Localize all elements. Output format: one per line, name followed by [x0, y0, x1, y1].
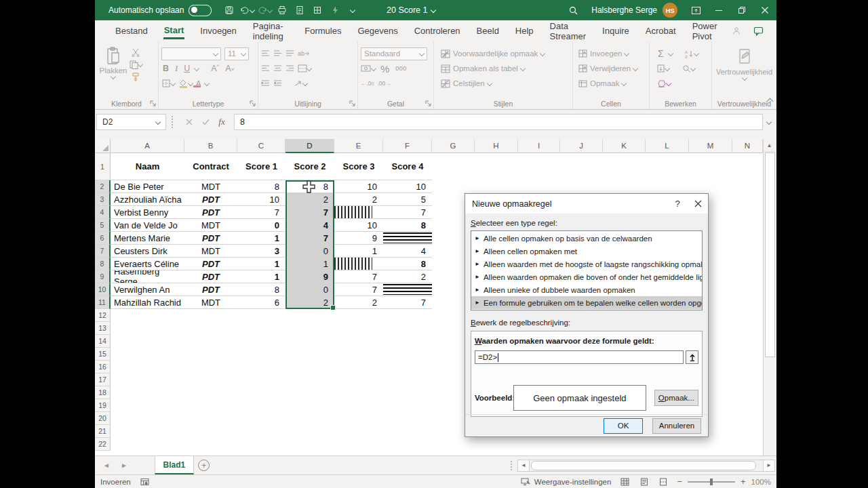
row-header-15[interactable]: 15 [95, 348, 111, 361]
copy-icon[interactable] [129, 60, 142, 69]
cell-score[interactable]: 4 [383, 245, 432, 257]
cell-score[interactable]: 7 [285, 206, 334, 218]
cell-score[interactable]: 1 [237, 258, 285, 270]
cell-score[interactable]: 10 [334, 219, 383, 231]
scroll-right-icon[interactable]: ► [763, 460, 775, 472]
cell-score[interactable] [383, 232, 432, 244]
ribbon-display-options-icon[interactable] [684, 0, 707, 20]
dialog-close-button[interactable] [688, 194, 708, 214]
column-header-F[interactable]: F [383, 139, 432, 153]
cell-score[interactable]: 0 [285, 283, 334, 296]
row-header-9[interactable]: 9 [95, 270, 111, 283]
underline-options-icon[interactable] [194, 66, 199, 71]
borders-icon[interactable] [161, 79, 175, 88]
formula-bar-splitter[interactable] [172, 116, 178, 128]
horizontal-scroll-thumb[interactable] [531, 461, 756, 470]
ribbon-tab-help[interactable]: Help [507, 20, 542, 42]
rule-type-item[interactable]: ►Alleen unieke of dubbele waarden opmake… [471, 283, 702, 296]
macro-record-icon[interactable] [140, 478, 149, 486]
ribbon-tab-controleren[interactable]: Controleren [406, 20, 469, 42]
decrease-font-icon[interactable]: A˅ [224, 64, 235, 73]
wrap-text-icon[interactable]: ab [298, 50, 310, 57]
row-header-18[interactable]: 18 [95, 386, 111, 399]
cell-score[interactable]: 8 [383, 219, 432, 231]
row-header-21[interactable]: 21 [95, 425, 111, 438]
cell-score[interactable]: 8 [237, 283, 285, 296]
align-center-icon[interactable] [273, 64, 282, 73]
dialog-help-button[interactable]: ? [667, 194, 688, 214]
new-sheet-button[interactable]: + [194, 456, 214, 474]
sheet-nav-left-icon[interactable]: ◄ [103, 462, 110, 469]
cell-score[interactable]: 10 [237, 193, 285, 205]
minimize-button[interactable] [707, 0, 730, 20]
cell-score[interactable]: 7 [383, 296, 432, 308]
underline-button[interactable]: U [182, 64, 191, 73]
display-settings-button[interactable]: Weergave-instellingen [521, 478, 612, 486]
search-icon[interactable] [561, 0, 585, 20]
qat-customize-icon[interactable] [344, 3, 361, 17]
insert-cells-button[interactable]: Invoegen [578, 46, 646, 61]
dialog-launcher-icon[interactable] [349, 100, 356, 107]
cell-score[interactable]: 1 [285, 258, 334, 270]
header-cell[interactable]: Score 2 [285, 153, 334, 180]
find-select-icon[interactable] [682, 64, 695, 73]
cell-score[interactable]: 10 [383, 180, 432, 192]
cell-contract[interactable]: PDT [184, 283, 237, 296]
row-header-20[interactable]: 20 [95, 412, 111, 425]
cell-score[interactable]: 7 [334, 270, 383, 283]
cell-name[interactable]: Everaerts Céline [111, 258, 184, 270]
rule-type-item[interactable]: ►Alleen waarden opmaken die boven of ond… [471, 270, 702, 283]
decrease-indent-icon[interactable] [261, 79, 270, 87]
format-painter-icon[interactable] [129, 72, 142, 81]
cell-name[interactable]: Verbist Benny [111, 206, 184, 218]
ribbon-tab-inquire[interactable]: Inquire [594, 20, 637, 42]
column-header-D[interactable]: D [285, 139, 334, 153]
row-header-6[interactable]: 6 [95, 232, 111, 245]
sheet-nav-right-icon[interactable]: ► [121, 462, 127, 469]
cell-score[interactable]: 7 [334, 283, 383, 296]
sensitivity-button[interactable]: Vertrouwelijkheid [715, 47, 774, 80]
conditional-formatting-button[interactable]: Voorwaardelijke opmaak [441, 46, 570, 61]
collapse-dialog-icon[interactable] [686, 350, 698, 364]
cell-score[interactable] [334, 258, 383, 270]
cell-score[interactable]: 2 [285, 296, 334, 308]
ribbon-tab-power-pivot[interactable]: Power Pivot [684, 20, 728, 42]
ribbon-tab-invoegen[interactable]: Invoegen [192, 20, 245, 42]
font-size-combobox[interactable]: 11 [224, 47, 249, 60]
autosum-button[interactable]: Σ [656, 48, 665, 59]
column-header-G[interactable]: G [432, 139, 475, 153]
row-header-16[interactable]: 16 [95, 361, 111, 373]
cell-name[interactable]: Hasemberg Serge [111, 270, 184, 283]
autosave-toggle[interactable] [189, 5, 212, 16]
cell-score[interactable]: 10 [334, 180, 383, 192]
row-header-2[interactable]: 2 [95, 180, 111, 193]
cell-contract[interactable]: PDT [184, 270, 237, 283]
italic-button[interactable]: I [174, 64, 179, 74]
cell-name[interactable]: Van de Velde Jo [111, 219, 184, 231]
column-header-I[interactable]: I [518, 139, 560, 153]
vertical-scrollbar[interactable]: ▲ [763, 139, 775, 455]
avatar[interactable]: HS [663, 3, 677, 18]
ribbon-tab-bestand[interactable]: Bestand [107, 20, 156, 42]
row-header-5[interactable]: 5 [95, 219, 111, 232]
column-header-E[interactable]: E [334, 139, 383, 153]
align-bottom-icon[interactable] [285, 49, 294, 58]
cell-name[interactable]: Ceusters Dirk [111, 245, 184, 257]
cell-score[interactable]: 0 [285, 245, 334, 257]
column-header-H[interactable]: H [475, 139, 518, 153]
comma-style-button[interactable]: 000 [394, 65, 408, 72]
row-header-1[interactable]: 1 [95, 153, 111, 180]
cancel-entry-icon[interactable] [181, 114, 197, 130]
cell-score[interactable]: 2 [285, 193, 334, 205]
format-cells-button[interactable]: Opmaak [578, 76, 646, 91]
increase-font-icon[interactable]: A^ [210, 63, 220, 73]
header-cell[interactable]: Score 3 [334, 153, 383, 180]
cell-styles-button[interactable]: Celstijlen [441, 76, 570, 91]
rule-type-item[interactable]: ►Alleen waarden met de hoogste of laagst… [471, 258, 702, 270]
cell-contract[interactable]: PDT [184, 232, 237, 244]
normal-view-icon[interactable] [620, 478, 629, 486]
zoom-out-button[interactable]: − [677, 476, 682, 487]
cell-score[interactable]: 7 [285, 232, 334, 244]
ribbon-tab-gegevens[interactable]: Gegevens [349, 20, 406, 42]
collapse-ribbon-icon[interactable] [768, 94, 772, 106]
